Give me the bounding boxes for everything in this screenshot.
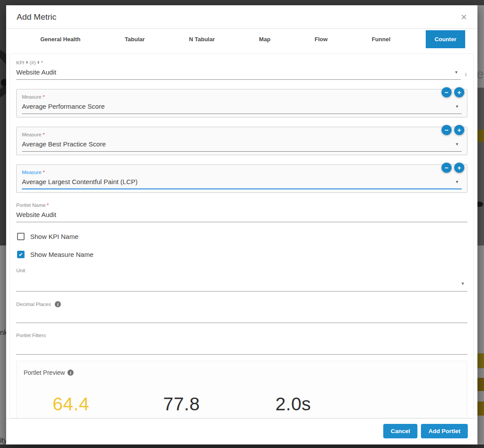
remove-measure-button[interactable]: −: [442, 163, 452, 173]
measure-selected-value: Average Largest Contentful Paint (LCP): [22, 178, 452, 186]
measure-select[interactable]: Average Performance Score ▼: [22, 103, 462, 114]
tab-flow[interactable]: Flow: [306, 29, 336, 49]
metric-value: 2.0s: [276, 394, 419, 415]
show-kpi-name-row: Show KPI Name: [17, 233, 467, 240]
add-measure-button[interactable]: +: [454, 163, 464, 173]
decimal-places-label: Decimal Places i: [16, 301, 467, 307]
metric-value: 77.8: [163, 394, 262, 415]
counter-form: KPI ▲▼ (#) ▲▼ * Website Audit ▼ ▲▼ − +: [10, 53, 474, 418]
preview-metrics: 64.4 Avg Performance Score 77.8 Avg Best…: [24, 394, 460, 418]
dialog-footer: Cancel Add Portlet: [6, 418, 477, 444]
kpi-label: KPI ▲▼ (#) ▲▼ *: [16, 60, 461, 65]
dialog-title: Add Metric: [17, 12, 57, 22]
unit-label: Unit: [16, 268, 467, 273]
show-kpi-name-checkbox[interactable]: [17, 233, 25, 240]
show-measure-name-label: Show Measure Name: [30, 251, 93, 258]
decimal-places-value: [16, 311, 467, 320]
show-measure-name-checkbox[interactable]: ✔: [17, 251, 25, 258]
tab-tabular[interactable]: Tabular: [116, 29, 154, 49]
portlet-preview-panel: Portlet Preview i 64.4 Avg Performance S…: [16, 361, 467, 418]
chevron-down-icon[interactable]: ▼: [452, 104, 462, 109]
measure-card-1: − + Measure* Average Performance Score ▼: [16, 89, 467, 117]
unit-select[interactable]: ▼: [16, 279, 467, 292]
add-measure-button[interactable]: +: [454, 125, 464, 135]
measure-select[interactable]: Average Largest Contentful Paint (LCP) ▼: [22, 178, 462, 189]
tab-counter[interactable]: Counter: [426, 29, 465, 49]
info-icon[interactable]: i: [67, 370, 74, 376]
tab-general-health[interactable]: General Health: [32, 29, 89, 49]
preview-metric-2: 77.8 Avg Best Practice Score: [163, 394, 262, 418]
dialog-header: Add Metric ×: [6, 5, 477, 28]
portlet-name-label: Portlet Name*: [16, 203, 467, 208]
kpi-select[interactable]: Website Audit ▼: [16, 68, 461, 80]
metric-type-tabs: General Health Tabular N Tabular Map Flo…: [6, 29, 477, 49]
add-metric-dialog: Add Metric × General Health Tabular N Ta…: [6, 5, 477, 444]
portlet-filters-group: Portlet Filters: [16, 333, 467, 355]
portlet-name-group: Portlet Name* Website Audit: [16, 203, 467, 222]
measure-label: Measure*: [22, 94, 462, 100]
unit-group: Unit ▼: [16, 268, 467, 292]
measure-selected-value: Average Best Practice Score: [22, 140, 452, 148]
cancel-button[interactable]: Cancel: [383, 424, 417, 438]
close-icon[interactable]: ×: [461, 12, 467, 22]
portlet-name-input[interactable]: Website Audit: [16, 211, 467, 222]
remove-measure-button[interactable]: −: [442, 87, 452, 97]
decimal-places-group: Decimal Places i: [16, 301, 467, 323]
info-icon[interactable]: i: [55, 301, 61, 307]
chevron-down-icon[interactable]: ▼: [452, 70, 461, 75]
measure-selected-value: Average Performance Score: [22, 103, 452, 110]
kpi-selected-value: Website Audit: [16, 68, 452, 76]
measure-label: Measure*: [22, 170, 462, 175]
portlet-filters-label: Portlet Filters: [16, 333, 467, 338]
measure-label: Measure*: [22, 132, 462, 137]
preview-metric-1: 64.4 Avg Performance Score: [53, 394, 150, 418]
measure-select[interactable]: Average Best Practice Score ▼: [22, 140, 462, 152]
portlet-name-value: Website Audit: [16, 211, 467, 219]
chevron-down-icon[interactable]: ▼: [452, 180, 462, 184]
checkmark-icon: ✔: [18, 252, 23, 258]
kpi-spinner-icon[interactable]: ▲▼: [461, 69, 467, 80]
sort-icon: ▲▼: [37, 60, 40, 64]
add-measure-button[interactable]: +: [454, 87, 464, 97]
show-measure-name-row: ✔ Show Measure Name: [17, 251, 467, 258]
tab-funnel[interactable]: Funnel: [363, 29, 399, 49]
portlet-filters-input[interactable]: [16, 342, 467, 355]
chevron-down-icon[interactable]: ▼: [452, 142, 462, 146]
decimal-places-input[interactable]: [16, 311, 467, 323]
measure-card-2: − + Measure* Average Best Practice Score…: [16, 127, 467, 155]
show-kpi-name-label: Show KPI Name: [30, 233, 78, 240]
add-portlet-button[interactable]: Add Portlet: [421, 424, 468, 438]
metric-value: 64.4: [53, 394, 150, 415]
portlet-filters-value: [16, 342, 467, 351]
tab-n-tabular[interactable]: N Tabular: [180, 29, 223, 49]
measure-card-3: − + Measure* Average Largest Contentful …: [16, 164, 467, 193]
chevron-down-icon[interactable]: ▼: [458, 281, 467, 286]
sort-icon: ▲▼: [26, 60, 28, 64]
tab-map[interactable]: Map: [250, 29, 279, 49]
unit-selected-value: [16, 279, 458, 288]
remove-measure-button[interactable]: −: [442, 125, 452, 135]
portlet-preview-title: Portlet Preview: [24, 369, 65, 376]
preview-metric-3: 2.0s Avg Largest Contentful Paint (LCP): [276, 394, 419, 418]
kpi-field-wrap: KPI ▲▼ (#) ▲▼ * Website Audit ▼ ▲▼: [16, 60, 467, 80]
